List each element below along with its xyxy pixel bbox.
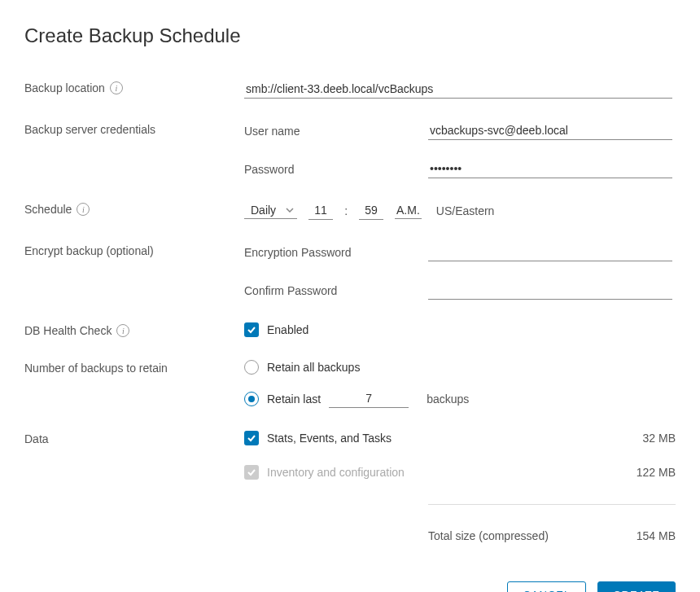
encrypt-label: Encrypt backup (optional)	[24, 244, 154, 257]
inventory-size: 122 MB	[637, 466, 676, 479]
chevron-down-icon	[286, 206, 294, 214]
retain-last-suffix: backups	[427, 392, 469, 406]
create-button[interactable]: CREATE	[597, 581, 676, 592]
frequency-select[interactable]: Daily	[244, 202, 297, 219]
inventory-label: Inventory and configuration	[267, 466, 405, 479]
stats-size: 32 MB	[643, 432, 676, 445]
schedule-row: Schedule i Daily : A.M. US/Eastern	[24, 201, 676, 220]
minute-input[interactable]	[359, 201, 383, 220]
data-row: Data Stats, Events, and Tasks 32 MB Inve…	[24, 431, 676, 542]
ampm-select[interactable]: A.M.	[395, 202, 422, 219]
backup-location-row: Backup location i	[24, 80, 676, 99]
retain-last-prefix: Retain last	[267, 392, 321, 406]
password-input[interactable]	[428, 160, 672, 178]
username-label: User name	[244, 125, 428, 138]
encryption-password-input[interactable]	[428, 243, 672, 261]
encrypt-row: Encrypt backup (optional) Encryption Pas…	[24, 243, 676, 300]
total-label: Total size (compressed)	[428, 529, 549, 542]
db-health-label: DB Health Check	[24, 324, 112, 337]
retain-row: Number of backups to retain Retain all b…	[24, 360, 676, 408]
credentials-row: Backup server credentials User name Pass…	[24, 121, 676, 178]
schedule-label: Schedule	[24, 203, 72, 216]
db-health-checkbox[interactable]	[244, 322, 259, 337]
stats-checkbox[interactable]	[244, 431, 259, 445]
info-icon[interactable]: i	[116, 324, 129, 337]
confirm-password-label: Confirm Password	[244, 284, 428, 297]
hour-input[interactable]	[308, 201, 333, 220]
data-label: Data	[24, 432, 49, 445]
timezone-label: US/Eastern	[436, 204, 495, 217]
db-health-enabled-label: Enabled	[267, 323, 308, 336]
info-icon[interactable]: i	[77, 203, 90, 216]
password-label: Password	[244, 163, 428, 176]
button-row: CANCEL CREATE	[24, 581, 676, 592]
retain-all-radio[interactable]	[244, 360, 259, 375]
backup-location-input[interactable]	[244, 80, 672, 99]
stats-label: Stats, Events, and Tasks	[267, 432, 392, 445]
frequency-value: Daily	[251, 204, 276, 217]
page-title: Create Backup Schedule	[24, 24, 676, 47]
retain-last-radio[interactable]	[244, 392, 259, 406]
info-icon[interactable]: i	[110, 81, 123, 94]
username-input[interactable]	[428, 121, 672, 140]
retain-label: Number of backups to retain	[24, 362, 168, 375]
total-size: 154 MB	[637, 529, 676, 542]
retain-all-label: Retain all backups	[267, 361, 360, 374]
encryption-password-label: Encryption Password	[244, 246, 428, 259]
inventory-checkbox	[244, 465, 259, 480]
backup-location-label: Backup location	[24, 81, 105, 94]
db-health-row: DB Health Check i Enabled	[24, 322, 676, 337]
confirm-password-input[interactable]	[428, 281, 672, 300]
credentials-label: Backup server credentials	[24, 123, 155, 136]
cancel-button[interactable]: CANCEL	[507, 581, 586, 592]
retain-count-input[interactable]	[329, 389, 409, 408]
divider	[428, 504, 676, 505]
time-colon: :	[344, 204, 348, 217]
